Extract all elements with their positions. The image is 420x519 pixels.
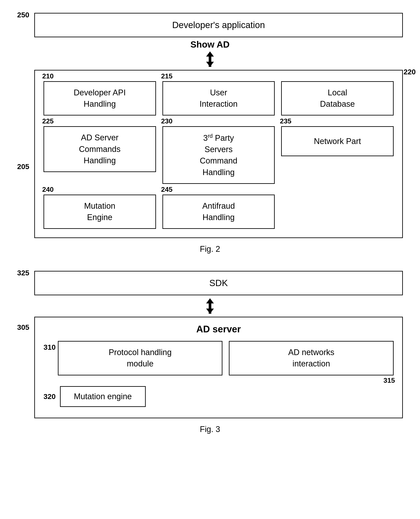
row2-grid: 225 AD ServerCommandsHandling 230 3rd Pa…: [44, 126, 394, 184]
double-arrow-2-icon: [203, 297, 217, 315]
local-database-text: LocalDatabase: [320, 87, 355, 110]
box5-wrapper: 230 3rd PartyServersCommandHandling: [162, 126, 275, 184]
antifraud-handling-text: AntifraudHandling: [202, 200, 235, 223]
user-interaction-box: UserInteraction: [162, 81, 275, 115]
mutation-engine-fig3-box: Mutation engine: [60, 386, 146, 407]
label-215: 215: [161, 72, 172, 80]
user-interaction-text: UserInteraction: [200, 87, 237, 110]
local-database-box: LocalDatabase: [281, 81, 394, 115]
svg-marker-0: [206, 52, 214, 57]
ad-networks-wrapper: AD networksinteraction 315: [229, 341, 394, 375]
fig2-section: 250 Developer's application Show AD: [17, 13, 403, 254]
label-320: 320: [44, 392, 56, 401]
network-part-text: Network Part: [314, 136, 361, 147]
developer-api-text: Developer APIHandling: [74, 87, 126, 110]
double-arrow-icon: [203, 51, 217, 68]
dev-app-wrapper: 250 Developer's application: [17, 13, 403, 37]
mutation-engine-box: MutationEngine: [44, 195, 156, 229]
svg-rect-5: [209, 303, 211, 308]
box2-wrapper: 215 UserInteraction: [162, 81, 275, 115]
third-party-servers-box: 3rd PartyServersCommandHandling: [162, 126, 275, 184]
show-ad-label: Show AD: [190, 39, 230, 50]
ad-server-outer-box: AD server 310 Protocol handlingmodule: [34, 317, 403, 418]
show-ad-section: Show AD: [17, 39, 403, 68]
main-outer-wrapper: 220 205 210 Developer APIHandling 215: [34, 70, 403, 238]
ad-server-title: AD server: [44, 324, 394, 334]
label-205: 205: [17, 162, 29, 171]
label-230: 230: [161, 117, 172, 125]
fig3-caption: Fig. 3: [17, 425, 403, 434]
box3-wrapper: LocalDatabase: [281, 81, 394, 115]
network-part-box: Network Part: [281, 126, 394, 156]
label-315: 315: [383, 376, 395, 384]
protocol-module-wrapper: Protocol handlingmodule: [58, 341, 223, 375]
fig2-caption: Fig. 2: [17, 245, 403, 254]
ad-server-commands-box: AD ServerCommandsHandling: [44, 126, 156, 172]
label-235: 235: [280, 117, 291, 125]
mutation-engine-fig3-text: Mutation engine: [74, 392, 132, 401]
third-party-servers-text: 3rd PartyServersCommandHandling: [200, 132, 237, 178]
box8-wrapper: 245 AntifraudHandling: [162, 195, 275, 229]
ad-server-commands-text: AD ServerCommandsHandling: [79, 132, 120, 166]
svg-marker-7: [206, 308, 214, 314]
svg-marker-3: [206, 62, 214, 67]
label-210: 210: [42, 72, 53, 80]
label-225: 225: [42, 117, 53, 125]
ad-networks-text: AD networksinteraction: [288, 347, 334, 369]
row1-grid: 210 Developer APIHandling 215 UserIntera…: [44, 81, 394, 115]
ad-server-inner-grid: Protocol handlingmodule AD networksinter…: [58, 341, 394, 375]
protocol-module-text: Protocol handlingmodule: [109, 347, 172, 369]
label-240: 240: [42, 186, 53, 194]
label-325: 325: [17, 269, 29, 277]
label-220: 220: [404, 68, 416, 76]
sdk-inner-box: 210 Developer APIHandling 215 UserIntera…: [34, 70, 403, 238]
sdk-box: SDK: [34, 271, 403, 295]
ad-server-top-row: 310 Protocol handlingmodule AD networksi…: [44, 341, 394, 375]
box7-wrapper: 240 MutationEngine: [44, 195, 156, 229]
empty-cell: [281, 195, 394, 229]
ad-server-outer-wrapper: 305 AD server 310 Protocol handlingmodul…: [34, 317, 403, 418]
box4-wrapper: 225 AD ServerCommandsHandling: [44, 126, 156, 184]
arrow-section2: [17, 297, 403, 315]
label-250: 250: [17, 11, 29, 19]
sdk-text: SDK: [209, 278, 228, 288]
label-245: 245: [161, 186, 172, 194]
sdk-box-wrapper: 325 SDK: [17, 271, 403, 295]
diagram-container: 250 Developer's application Show AD: [0, 0, 420, 447]
dev-app-box: Developer's application: [34, 13, 403, 37]
mutation-engine-text: MutationEngine: [84, 200, 115, 223]
ad-networks-box: AD networksinteraction: [229, 341, 394, 375]
ad-server-bottom-row: 320 Mutation engine: [44, 386, 394, 407]
box6-wrapper: 235 Network Part: [281, 126, 394, 184]
protocol-module-box: Protocol handlingmodule: [58, 341, 223, 375]
antifraud-handling-box: AntifraudHandling: [162, 195, 275, 229]
developer-api-box: Developer APIHandling: [44, 81, 156, 115]
svg-marker-4: [206, 298, 214, 303]
fig3-section: 325 SDK 305 AD server 310: [17, 271, 403, 434]
label-305: 305: [17, 323, 29, 331]
dev-app-text: Developer's application: [172, 20, 265, 30]
row3-grid: 240 MutationEngine 245 AntifraudHandling: [44, 195, 394, 229]
svg-rect-1: [209, 57, 211, 62]
box1-wrapper: 210 Developer APIHandling: [44, 81, 156, 115]
label-310: 310: [44, 343, 56, 351]
